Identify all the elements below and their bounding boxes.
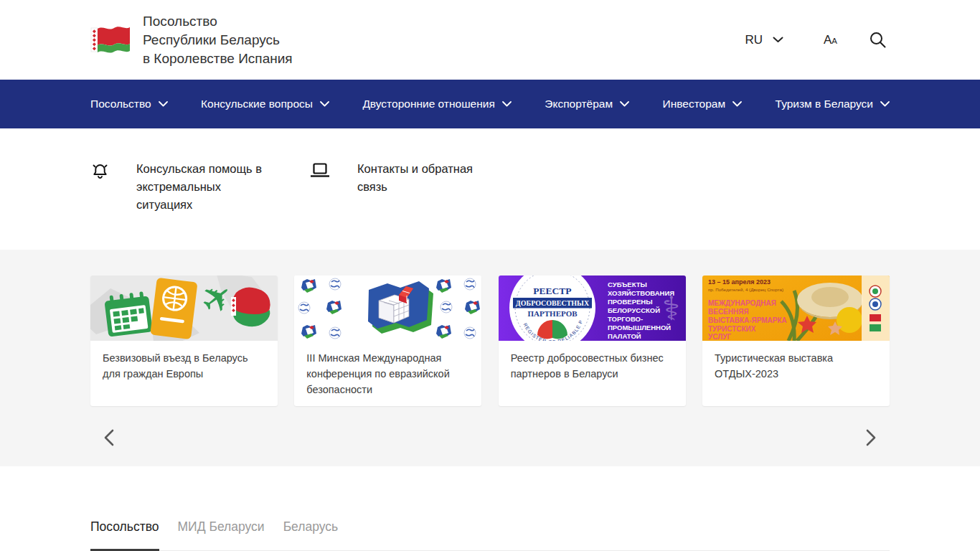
site-logo-link[interactable]: Посольство Республики Беларусь в Королев… xyxy=(90,12,293,68)
news-card-title: Реестр добросовестных бизнес партнеров в… xyxy=(511,350,674,382)
chevron-down-icon xyxy=(732,101,742,107)
carousel-next-button[interactable] xyxy=(862,425,880,451)
fair-headline-line: ВЕСЕННЯЯ xyxy=(708,308,749,316)
chevron-down-icon xyxy=(880,101,890,107)
tab-mfa-belarus[interactable]: МИД Беларуси xyxy=(178,519,265,551)
site-title: Посольство Республики Беларусь в Королев… xyxy=(143,12,293,68)
main-navigation: Посольство Консульские вопросы Двусторон… xyxy=(0,80,980,128)
site-header: Посольство Республики Беларусь в Королев… xyxy=(0,0,980,80)
chevron-left-icon xyxy=(104,429,114,446)
register-caption-line: СУБЪЕКТЫ xyxy=(608,281,647,288)
fair-venue: пр. Победителей, 4 (Дворец Спорта) xyxy=(708,287,783,292)
nav-item-exporters[interactable]: Экспортёрам xyxy=(545,98,629,110)
chevron-down-icon xyxy=(320,101,329,107)
site-title-line: Республики Беларусь xyxy=(143,31,293,50)
fair-headline-line: УСЛУГ xyxy=(708,333,731,341)
news-card-title: Безвизовый въезд в Беларусь для граждан … xyxy=(103,350,265,382)
site-title-line: Посольство xyxy=(143,12,293,31)
tab-embassy[interactable]: Посольство xyxy=(90,519,159,551)
laptop-icon xyxy=(309,161,331,182)
font-size-toggle[interactable]: AA xyxy=(824,33,837,47)
visa-free-image: ✈ xyxy=(90,276,278,341)
nav-item-bilateral[interactable]: Двусторонние отношения xyxy=(362,98,511,110)
nav-item-label: Двусторонние отношения xyxy=(362,98,494,110)
font-size-small-label: A xyxy=(831,37,837,45)
news-card-partners-register[interactable]: РЕЕСТР ДОБРОСОВЕСТНЫХ ПАРТНЕРОВ REGISTER… xyxy=(499,276,686,406)
quick-link-label: Контакты и обратная связь xyxy=(357,160,486,196)
chevron-down-icon xyxy=(502,101,512,107)
nav-item-label: Инвесторам xyxy=(663,98,726,110)
seal-text-top: РЕЕСТР xyxy=(533,286,571,296)
font-size-large-label: A xyxy=(824,33,831,47)
fair-date: 13 – 15 апреля 2023 xyxy=(708,278,771,286)
conference-image xyxy=(294,276,481,341)
news-card-tourism-fair[interactable]: 13 – 15 апреля 2023 пр. Победителей, 4 (… xyxy=(702,276,890,406)
nav-item-investors[interactable]: Инвесторам xyxy=(663,98,743,110)
news-carousel-section: ✈ Безвизовый въезд в Беларусь для гражда xyxy=(0,250,980,466)
register-caption-line: ПРОВЕРЕНЫ xyxy=(608,298,652,306)
news-tabs-section: Посольство МИД Беларуси Беларусь xyxy=(0,519,980,551)
tourism-fair-image: 13 – 15 апреля 2023 пр. Победителей, 4 (… xyxy=(702,276,890,341)
carousel-controls xyxy=(90,425,890,451)
nav-item-consular[interactable]: Консульские вопросы xyxy=(201,98,329,110)
nav-item-embassy[interactable]: Посольство xyxy=(90,98,168,110)
nav-item-label: Экспортёрам xyxy=(545,98,613,110)
register-caption-line: ПАЛАТОЙ xyxy=(608,332,641,340)
chevron-down-icon xyxy=(773,37,783,43)
quick-link-contacts[interactable]: Контакты и обратная связь xyxy=(309,160,486,196)
belarus-flag-icon xyxy=(90,24,131,56)
news-card-minsk-conference[interactable]: III Минская Международная конференция по… xyxy=(294,276,481,406)
chevron-down-icon xyxy=(620,101,629,107)
search-button[interactable] xyxy=(866,28,890,52)
fair-headline-line: ТУРИСТСКИХ xyxy=(708,325,756,333)
nav-item-label: Туризм в Беларуси xyxy=(776,98,873,110)
chevron-down-icon xyxy=(159,101,168,107)
language-current: RU xyxy=(745,33,763,47)
site-title-line: в Королевстве Испания xyxy=(143,50,293,68)
search-icon xyxy=(869,31,887,49)
register-caption-line: БЕЛОРУССКОЙ xyxy=(608,306,660,314)
news-cards: ✈ Безвизовый въезд в Беларусь для гражда xyxy=(90,276,890,406)
caduceus-glyph: ⚕ xyxy=(662,290,680,327)
quick-links-section: Консульская помощь в экстремальных ситуа… xyxy=(0,128,980,250)
tab-belarus[interactable]: Беларусь xyxy=(283,519,339,551)
register-caption-line: ТОРГОВО- xyxy=(608,315,643,323)
carousel-prev-button[interactable] xyxy=(100,425,118,451)
news-card-visa-free[interactable]: ✈ Безвизовый въезд в Беларусь для гражда xyxy=(90,276,278,406)
seal-text-bottom: ПАРТНЕРОВ xyxy=(527,309,578,318)
news-card-title: Туристическая выставка ОТДЫХ-2023 xyxy=(715,350,877,382)
nav-item-tourism[interactable]: Туризм в Беларуси xyxy=(776,98,890,110)
chevron-right-icon xyxy=(866,429,876,446)
partners-register-image: РЕЕСТР ДОБРОСОВЕСТНЫХ ПАРТНЕРОВ REGISTER… xyxy=(499,276,686,341)
fair-headline-line: МЕЖДУНАРОДНАЯ xyxy=(708,299,776,307)
fair-headline-line: ВЫСТАВКА-ЯРМАРКА xyxy=(708,316,787,324)
quick-link-label: Консульская помощь в экстремальных ситуа… xyxy=(136,160,274,214)
language-selector[interactable]: RU xyxy=(745,33,783,47)
news-tabs: Посольство МИД Беларуси Беларусь xyxy=(90,519,890,551)
news-card-title: III Минская Международная конференция по… xyxy=(306,350,469,397)
seal-text-mid: ДОБРОСОВЕСТНЫХ xyxy=(516,299,590,307)
nav-item-label: Посольство xyxy=(90,98,151,110)
quick-link-consular-help[interactable]: Консульская помощь в экстремальных ситуа… xyxy=(90,160,274,214)
nav-item-label: Консульские вопросы xyxy=(201,98,313,110)
bell-icon xyxy=(90,161,110,184)
